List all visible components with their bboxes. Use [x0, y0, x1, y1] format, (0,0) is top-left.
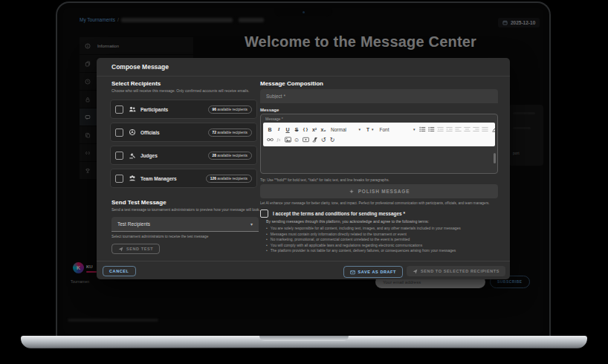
- recipient-group-label: Participants: [140, 107, 168, 112]
- link-button[interactable]: [265, 135, 274, 144]
- redo-button[interactable]: ↻: [328, 135, 337, 144]
- camera-notch: [274, 7, 332, 16]
- polish-message-button[interactable]: POLISH MESSAGE: [260, 184, 498, 198]
- subscript-button[interactable]: x₂: [319, 125, 328, 134]
- recipient-group-label: Team Managers: [140, 176, 177, 181]
- laptop-mockup: My Tournaments / 2025-12-10 Welcome to t…: [0, 0, 608, 364]
- test-recipients-select[interactable]: Test Recipients ▾: [111, 217, 259, 232]
- footer-action-group: SAVE AS DRAFT SEND TO SELECTED RECIPIENT…: [343, 266, 505, 278]
- cancel-button[interactable]: CANCEL: [103, 266, 136, 276]
- terms-bullet-list: You are solely responsible for all conte…: [262, 226, 501, 254]
- align-right-button[interactable]: [472, 125, 481, 134]
- terms-checkbox-row[interactable]: I accept the terms and conditions for se…: [260, 209, 405, 218]
- officials-icon: [129, 129, 136, 136]
- underline-button[interactable]: U: [283, 125, 292, 134]
- paragraph-style-dropdown[interactable]: Normal ▾: [328, 125, 363, 134]
- laptop-shadow: [30, 348, 578, 358]
- webcam-icon: [303, 11, 305, 13]
- chevron-down-icon: ▾: [372, 127, 374, 131]
- toolbar-row-1: B I U S { } x² x₂ Normal ▾: [265, 124, 493, 134]
- terms-bullet: Messages must contain only information d…: [262, 232, 501, 238]
- laptop-base: [21, 336, 587, 348]
- divider: [97, 76, 510, 77]
- undo-button[interactable]: ↺: [319, 135, 328, 144]
- terms-bullet: The platform provider is not liable for …: [262, 248, 501, 254]
- save-as-draft-label: SAVE AS DRAFT: [358, 270, 397, 274]
- send-test-button[interactable]: SEND TEST: [111, 244, 160, 254]
- officials-checkbox[interactable]: [115, 129, 123, 137]
- formula-button[interactable]: fx: [274, 135, 283, 144]
- formatting-tip: Tip: Use **bold** for bold text, *italic…: [260, 178, 498, 182]
- send-icon: [118, 247, 123, 252]
- recipient-count-badge: 72 available recipients: [208, 129, 253, 137]
- divider: [97, 261, 510, 261]
- align-justify-button[interactable]: [481, 125, 490, 134]
- text-size-dropdown[interactable]: T ▾: [363, 125, 377, 134]
- rich-text-editor[interactable]: Message * B I U S { } x² x₂: [260, 114, 498, 174]
- terms-checkbox[interactable]: [260, 209, 268, 218]
- terms-bullet: You will comply with all applicable laws…: [262, 243, 501, 249]
- recipient-row-team-managers[interactable]: Team Managers 126 available recipients: [110, 169, 257, 188]
- strikethrough-button[interactable]: S: [292, 125, 301, 134]
- send-to-recipients-button[interactable]: SEND TO SELECTED RECIPIENTS: [407, 266, 505, 276]
- chevron-down-icon: ▾: [358, 127, 360, 131]
- sparkle-icon: [349, 189, 355, 195]
- send-to-recipients-label: SEND TO SELECTED RECIPIENTS: [421, 269, 499, 273]
- save-as-draft-button[interactable]: SAVE AS DRAFT: [343, 266, 404, 278]
- ai-hint: Let AI enhance your message for better c…: [260, 201, 499, 205]
- recipient-count-badge: 28 available recipients: [208, 152, 253, 160]
- editor-placeholder-label: Message *: [265, 117, 283, 121]
- editor-scrollbar[interactable]: [494, 153, 496, 163]
- app-screen: My Tournaments / 2025-12-10 Welcome to t…: [63, 8, 543, 334]
- italic-button[interactable]: I: [274, 125, 283, 134]
- text-color-button[interactable]: [490, 125, 499, 134]
- terms-intro: By sending messages through this platfor…: [266, 219, 429, 224]
- select-recipients-description: Choose who will receive this message. On…: [111, 88, 264, 93]
- subject-input[interactable]: [260, 89, 498, 103]
- code-button[interactable]: { }: [301, 125, 310, 134]
- polish-message-label: POLISH MESSAGE: [358, 189, 410, 194]
- test-recipients-helper: Select tournament administrators to rece…: [111, 235, 264, 238]
- participants-icon: [129, 105, 136, 113]
- terms-checkbox-label: I accept the terms and conditions for se…: [273, 211, 405, 216]
- message-field-label: Message: [260, 108, 279, 112]
- terms-bullet: You are solely responsible for all conte…: [262, 226, 501, 232]
- recipient-count-badge: 96 available recipients: [208, 105, 253, 114]
- recipient-group-label: Officials: [140, 130, 160, 135]
- laptop-base-notch: [259, 336, 349, 341]
- align-left-button[interactable]: [454, 125, 463, 134]
- recipient-row-participants[interactable]: Participants 96 available recipients: [110, 100, 257, 119]
- send-test-heading: Send Test Message: [111, 199, 166, 206]
- team-managers-checkbox[interactable]: [115, 175, 123, 183]
- recipient-row-judges[interactable]: Judges 28 available recipients: [110, 146, 257, 165]
- gavel-icon: [129, 152, 136, 159]
- recipient-count-badge: 126 available recipients: [206, 175, 252, 183]
- laptop-screen: My Tournaments / 2025-12-10 Welcome to t…: [56, 1, 551, 337]
- editor-toolbar: B I U S { } x² x₂ Normal ▾: [263, 123, 495, 146]
- send-icon: [413, 269, 418, 274]
- send-test-description: Send a test message to tournament admini…: [111, 207, 264, 212]
- insert-image-button[interactable]: [283, 135, 292, 144]
- send-test-label: SEND TEST: [126, 247, 153, 251]
- align-center-button[interactable]: [463, 125, 472, 134]
- participants-checkbox[interactable]: [115, 105, 123, 114]
- emoji-button[interactable]: ☺: [292, 135, 301, 144]
- message-composition-heading: Message Composition: [260, 80, 323, 87]
- draft-icon: [350, 270, 355, 275]
- judges-checkbox[interactable]: [115, 152, 123, 160]
- superscript-button[interactable]: x²: [310, 125, 319, 134]
- recipient-row-officials[interactable]: Officials 72 available recipients: [110, 123, 257, 142]
- insert-video-button[interactable]: [301, 135, 310, 144]
- test-recipients-value: Test Recipients: [117, 221, 150, 227]
- bullet-list-button[interactable]: [418, 125, 427, 134]
- outdent-button[interactable]: [436, 125, 445, 134]
- clean-format-button[interactable]: [310, 135, 319, 144]
- font-family-dropdown[interactable]: Font ▾: [377, 125, 418, 134]
- ordered-list-button[interactable]: [427, 125, 436, 134]
- terms-bullet: No marketing, promotional, or commercial…: [262, 237, 501, 243]
- bold-button[interactable]: B: [265, 125, 274, 134]
- indent-button[interactable]: [445, 125, 454, 134]
- chevron-down-icon: ▾: [413, 127, 415, 131]
- toolbar-row-2: fx ☺ ↺: [265, 134, 493, 145]
- select-recipients-heading: Select Recipients: [111, 80, 161, 87]
